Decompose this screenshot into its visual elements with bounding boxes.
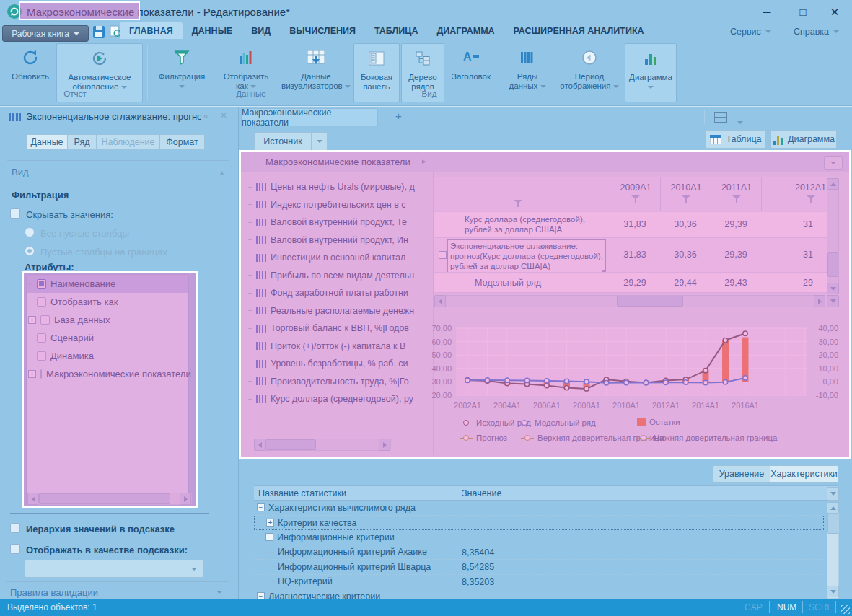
legend-item[interactable]: Нижняя доверительная граница xyxy=(637,434,778,442)
service-menu[interactable]: Сервис xyxy=(730,27,771,37)
list-item[interactable]: Производительность труда, %|Го xyxy=(248,373,431,391)
table-row[interactable]: −Характеристики вычислимого ряда xyxy=(254,501,824,516)
chevron-down-icon[interactable] xyxy=(737,115,743,128)
collapse-panel-icon[interactable]: « xyxy=(203,110,208,121)
chart-view-button[interactable]: Диаграмма xyxy=(770,130,837,149)
resize-grip[interactable] xyxy=(841,605,850,614)
scroll-right-icon[interactable] xyxy=(814,295,825,307)
tab-glavnaya[interactable]: ГЛАВНАЯ xyxy=(120,22,183,39)
stats-col-name[interactable]: Название статистики xyxy=(258,488,346,498)
section-view[interactable]: Вид▴ xyxy=(7,160,229,179)
list-item[interactable]: Реальные располагаемые денежн xyxy=(248,302,431,320)
left-tab-format[interactable]: Формат xyxy=(160,134,205,150)
characteristics-button[interactable]: Характеристики xyxy=(770,465,838,483)
section-validation[interactable]: Правила валидации xyxy=(6,581,228,599)
legend-item[interactable]: Прогноз xyxy=(460,434,507,442)
list-item[interactable]: Прибыль по всем видам деятельн xyxy=(248,267,431,285)
list-item[interactable]: Фонд заработной платы работни xyxy=(248,284,431,302)
close-panel-icon[interactable]: ✕ xyxy=(220,110,227,120)
list-item[interactable]: Приток (+)/отток (-) капитала к В xyxy=(248,338,431,356)
scrollbar-thumb[interactable] xyxy=(827,252,838,277)
list-item[interactable]: + Макроэкономические показатели xyxy=(27,365,188,383)
display-period-button[interactable]: Периодотображения xyxy=(555,43,623,102)
expand-plus-icon[interactable]: + xyxy=(28,370,36,378)
list-item[interactable]: Динамика xyxy=(27,347,188,365)
collapse-minus-icon[interactable]: − xyxy=(257,503,265,511)
list-item[interactable]: Инвестиции в основной капитал xyxy=(248,249,431,267)
visualizer-menu-dropdown[interactable] xyxy=(824,156,843,170)
maximize-button[interactable]: □ xyxy=(792,6,814,18)
list-item[interactable]: Курс доллара (среднегодовой), ру xyxy=(248,390,431,408)
chart-ribbon-button[interactable]: Диаграмма xyxy=(625,43,677,102)
table-row-selected[interactable]: − Экспоненциальное сглаживание: прогноз(… xyxy=(434,238,827,273)
checkbox-icon[interactable] xyxy=(40,369,42,379)
scrollbar-thumb[interactable] xyxy=(827,514,838,534)
scroll-down-icon[interactable] xyxy=(827,283,839,294)
left-tab-series[interactable]: Ряд xyxy=(68,134,97,150)
hide-values-checkbox[interactable] xyxy=(10,208,20,219)
legend-item[interactable]: Модельный ряд xyxy=(518,418,596,427)
list-item[interactable]: Цены на нефть Urals (мировые), д xyxy=(248,178,431,196)
filter-icon[interactable] xyxy=(682,195,690,203)
scroll-up-icon[interactable] xyxy=(827,178,839,190)
source-button[interactable]: Источник xyxy=(254,132,312,151)
list-item[interactable]: Сценарий xyxy=(27,329,188,347)
tab-diagramma[interactable]: ДИАГРАММА xyxy=(427,22,504,39)
tab-vid[interactable]: ВИД xyxy=(242,22,280,39)
table-row[interactable]: Курс доллара (среднегодовой), рублей за … xyxy=(434,212,827,238)
scroll-left-icon[interactable] xyxy=(254,439,265,451)
workbook-menu-button[interactable]: Рабочая книга xyxy=(2,25,89,42)
source-dropdown[interactable] xyxy=(312,132,328,151)
scroll-left-icon[interactable] xyxy=(434,295,446,307)
table-row[interactable]: Информационный критерий Шварца8,54285 xyxy=(254,560,824,575)
layout-icon[interactable] xyxy=(714,112,727,123)
list-item[interactable]: Индекс потребительских цен в с xyxy=(248,196,431,214)
tab-tablitsa[interactable]: ТАБЛИЦА xyxy=(365,22,427,39)
list-item[interactable]: + База данных xyxy=(27,311,188,329)
tab-dannye[interactable]: ДАННЫЕ xyxy=(183,22,242,39)
scrollbar-thumb[interactable] xyxy=(39,493,170,504)
table-row[interactable]: Информационный критерий Акаике8,35404 xyxy=(254,545,824,560)
minimize-button[interactable]: ─ xyxy=(756,6,778,18)
data-series-button[interactable]: Рядыданных xyxy=(501,43,554,102)
filter-icon[interactable] xyxy=(631,195,640,203)
hierarchy-tooltip-checkbox[interactable] xyxy=(10,523,20,533)
column-header[interactable]: 2010A1 xyxy=(660,177,711,211)
stats-header-dropdown[interactable] xyxy=(827,487,839,501)
scroll-down-icon[interactable] xyxy=(827,586,839,597)
table-row[interactable]: HQ-критерий8,35203 xyxy=(254,575,824,590)
collapse-minus-icon[interactable]: − xyxy=(439,251,447,259)
scroll-right-icon[interactable] xyxy=(180,493,191,505)
column-header[interactable]: 2011A1 xyxy=(711,177,762,211)
checkbox-icon[interactable] xyxy=(40,315,50,325)
equation-button[interactable]: Уравнение xyxy=(713,465,770,483)
collapse-minus-icon[interactable]: − xyxy=(265,533,273,541)
new-tab-icon[interactable]: + xyxy=(395,110,402,122)
tooltip-dropdown[interactable] xyxy=(25,560,203,578)
filter-icon[interactable] xyxy=(807,195,815,203)
stats-col-value[interactable]: Значение xyxy=(462,488,501,498)
table-row-focused[interactable]: +Критерии качества xyxy=(254,516,824,531)
list-item[interactable]: Уровень безработицы, % раб. си xyxy=(248,355,431,373)
table-row[interactable]: Модельный ряд 29,29 29,44 29,43 29 xyxy=(434,273,827,293)
attributes-listbox[interactable]: Наименование Отобразить как + База данны… xyxy=(26,274,189,505)
list-item[interactable]: Отобразить как xyxy=(27,293,188,311)
legend-item[interactable]: Остатки xyxy=(637,418,680,426)
column-header[interactable]: 2009A1 xyxy=(610,177,661,211)
show-as-tooltip-checkbox[interactable] xyxy=(10,544,20,554)
scroll-down-icon[interactable] xyxy=(827,295,839,307)
list-item[interactable]: Валовой внутренний продукт, Ин xyxy=(248,232,431,250)
left-tab-data[interactable]: Данные xyxy=(26,134,68,150)
checkbox-icon[interactable] xyxy=(37,351,46,361)
expand-plus-icon[interactable]: + xyxy=(28,316,36,324)
save-icon[interactable] xyxy=(92,25,106,42)
expand-plus-icon[interactable]: + xyxy=(266,519,274,527)
list-item[interactable]: Торговый баланс к ВВП, %|Годов xyxy=(248,320,431,338)
list-item[interactable]: Наименование xyxy=(27,275,188,293)
checkbox-icon[interactable] xyxy=(37,297,46,307)
help-menu[interactable]: Справка xyxy=(794,27,839,37)
checkbox-icon[interactable] xyxy=(37,333,46,343)
checkbox-checked-icon[interactable] xyxy=(37,279,46,289)
tab-rasshirennaya-analitika[interactable]: РАСШИРЕННАЯ АНАЛИТИКА xyxy=(504,22,654,39)
scroll-left-icon[interactable] xyxy=(27,493,39,505)
